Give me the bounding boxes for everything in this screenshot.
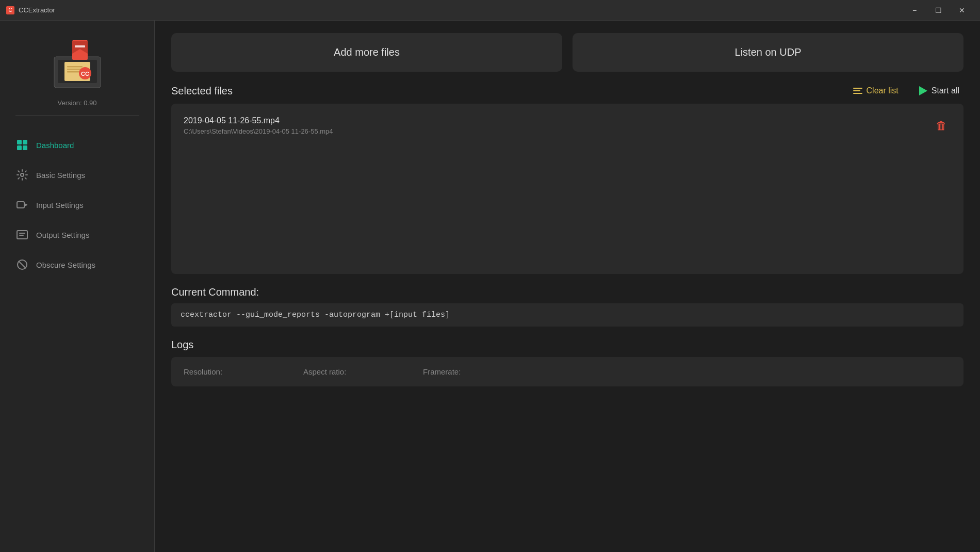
app-title: CCExtractor (19, 6, 55, 14)
selected-files-header: Selected files Clear list Start all (171, 84, 963, 98)
minimize-button[interactable]: − (903, 2, 926, 19)
sidebar: CC Version: 0.90 D (0, 21, 155, 552)
svg-line-19 (19, 261, 26, 268)
svg-rect-10 (75, 45, 85, 47)
sidebar-item-basic-settings[interactable]: Basic Settings (0, 161, 154, 189)
file-path: C:\Users\Stefan\Videos\2019-04-05 11-26-… (184, 127, 333, 135)
sidebar-item-obscure-settings-label: Obscure Settings (36, 261, 95, 269)
logs-row: Resolution: Aspect ratio: Framerate: (184, 367, 951, 376)
sidebar-version: Version: 0.90 (15, 99, 139, 116)
svg-rect-14 (23, 145, 27, 150)
sidebar-item-obscure-settings[interactable]: Obscure Settings (0, 251, 154, 279)
file-name: 2019-04-05 11-26-55.mp4 (184, 116, 333, 125)
main-content: Add more files Listen on UDP Selected fi… (155, 21, 980, 552)
selected-files-title: Selected files (171, 85, 233, 97)
dashboard-icon (17, 139, 28, 151)
delete-file-button[interactable]: 🗑 (932, 117, 951, 135)
sidebar-item-output-settings[interactable]: Output Settings (0, 221, 154, 249)
clear-list-button[interactable]: Clear list (849, 84, 903, 98)
svg-text:CC: CC (81, 71, 89, 77)
table-row: 2019-04-05 11-26-55.mp4 C:\Users\Stefan\… (171, 110, 963, 141)
app-icon: C (6, 6, 14, 14)
file-info: 2019-04-05 11-26-55.mp4 C:\Users\Stefan\… (184, 116, 333, 135)
title-bar: C CCExtractor − ☐ ✕ (0, 0, 980, 21)
sidebar-item-dashboard[interactable]: Dashboard (0, 131, 154, 159)
command-box: ccextractor --gui_mode_reports -autoprog… (171, 303, 963, 327)
sidebar-item-input-settings-label: Input Settings (36, 201, 84, 209)
logs-label: Logs (171, 339, 963, 351)
obscure-icon (17, 259, 28, 270)
input-icon (17, 199, 28, 210)
logs-box: Resolution: Aspect ratio: Framerate: (171, 357, 963, 386)
sidebar-nav: Dashboard Basic Settings (0, 131, 154, 279)
sidebar-item-input-settings[interactable]: Input Settings (0, 191, 154, 219)
current-command-label: Current Command: (171, 286, 963, 298)
svg-rect-13 (17, 145, 22, 150)
clear-list-label: Clear list (867, 86, 899, 95)
title-bar-controls: − ☐ ✕ (903, 2, 974, 19)
svg-rect-12 (23, 140, 27, 144)
start-all-label: Start all (932, 86, 959, 95)
aspect-ratio-label: Aspect ratio: (303, 367, 406, 376)
svg-rect-3 (67, 66, 83, 68)
title-bar-left: C CCExtractor (6, 6, 55, 14)
svg-rect-11 (17, 140, 22, 144)
app-logo: CC (46, 31, 108, 93)
top-buttons: Add more files Listen on UDP (171, 33, 963, 72)
sidebar-item-dashboard-label: Dashboard (36, 141, 74, 150)
resolution-label: Resolution: (184, 367, 287, 376)
sidebar-item-basic-settings-label: Basic Settings (36, 171, 85, 180)
section-actions: Clear list Start all (849, 84, 963, 98)
file-list: 2019-04-05 11-26-55.mp4 C:\Users\Stefan\… (171, 104, 963, 274)
sidebar-item-output-settings-label: Output Settings (36, 231, 89, 239)
framerate-label: Framerate: (423, 367, 526, 376)
start-all-button[interactable]: Start all (915, 84, 963, 98)
close-button[interactable]: ✕ (950, 2, 974, 19)
svg-point-15 (21, 173, 24, 176)
output-icon (17, 229, 28, 240)
list-icon (853, 88, 862, 94)
listen-on-udp-button[interactable]: Listen on UDP (573, 33, 963, 72)
svg-rect-16 (17, 202, 24, 208)
maximize-button[interactable]: ☐ (926, 2, 950, 19)
app-body: CC Version: 0.90 D (0, 21, 980, 552)
add-more-files-button[interactable]: Add more files (171, 33, 562, 72)
play-icon (919, 86, 927, 95)
gear-icon (17, 169, 28, 181)
